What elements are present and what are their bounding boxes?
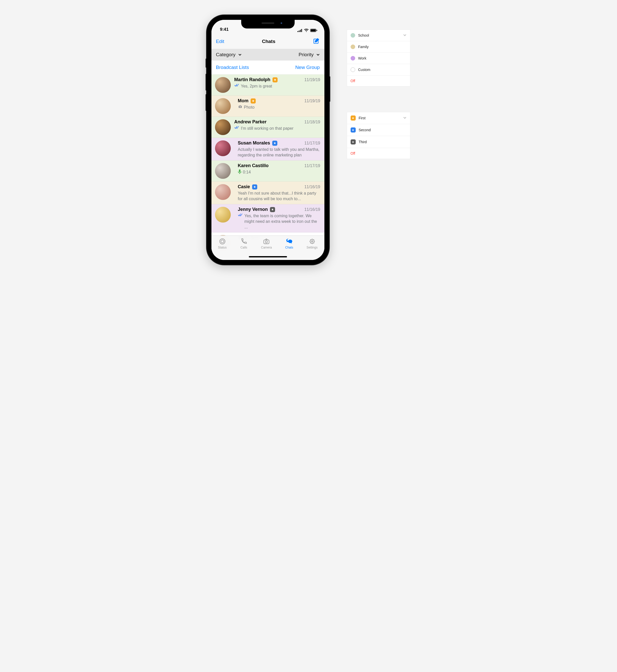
color-dot-icon [351,67,355,72]
svg-rect-1 [299,30,299,32]
color-dot-icon [351,33,355,38]
chat-preview: Actually I wanted to talk with you and M… [238,147,320,158]
priority-star-icon [351,128,356,133]
priority-star-icon [351,116,356,121]
avatar [215,207,231,223]
tab-label: Settings [306,246,318,249]
volume-up-button [206,74,207,90]
priority-dropdown: FirstSecondThirdOff [347,112,410,159]
dropdown-off[interactable]: Off [347,75,410,86]
svg-rect-2 [300,30,301,32]
chat-row[interactable]: Susan Morales 11/17/19 Actually I wanted… [211,138,325,161]
svg-point-15 [310,239,314,243]
chevron-down-icon [403,116,407,120]
notch [241,20,294,28]
chat-row[interactable]: Karen Castillo 11/17/19 0:14 [211,161,325,182]
home-indicator [249,256,287,257]
priority-star-icon [251,98,256,103]
status-icon [219,238,226,245]
broadcast-lists-link[interactable]: Broadcast Lists [216,65,249,70]
nav-bar: Edit Chats [211,33,325,49]
tab-label: Status [218,246,227,249]
chat-name: Karen Castillo [238,163,269,168]
avatar [215,141,231,156]
dropdown-option-label: Second [359,128,371,132]
chat-preview: 0:14 [238,169,320,175]
filter-row: Category Priority [211,49,325,60]
chat-row[interactable]: Jenny Vernon 11/16/19 Yes, the team is c… [211,204,325,232]
edit-button[interactable]: Edit [216,39,224,44]
svg-point-9 [239,106,241,107]
chat-row[interactable]: Andrew Parker 11/18/19 I'm still working… [211,117,325,138]
category-label: Category [216,52,236,57]
svg-point-16 [312,241,313,242]
category-filter[interactable]: Category [216,52,242,57]
compose-button[interactable] [313,38,320,45]
priority-label: Priority [298,52,314,57]
read-checks-icon [234,83,239,87]
category-dropdown: SchoolFamilyWorkCustomOff [347,29,410,86]
dropdown-off[interactable]: Off [347,148,410,159]
chat-row[interactable]: Martin Randolph 11/19/19 Yes, 2pm is gre… [211,74,325,95]
tab-bar: Status Calls Camera Chats [211,236,325,260]
tab-status[interactable]: Status [218,238,227,260]
dropdown-option[interactable]: Third [347,136,410,148]
dropdown-option-label: School [358,33,369,37]
dropdown-option-label: Family [358,45,369,49]
chat-row[interactable]: Casie 11/16/19 Yeah I'm not sure about t… [211,182,325,204]
chat-list[interactable]: Martin Randolph 11/19/19 Yes, 2pm is gre… [211,74,325,254]
camera-icon [238,104,242,108]
priority-star-icon [270,207,275,212]
chat-name: Jenny Vernon [238,207,275,212]
volume-down-button [206,94,207,111]
priority-filter[interactable]: Priority [298,52,320,57]
phone-icon [240,238,247,245]
chat-name: Martin Randolph [234,77,277,82]
dropdown-option[interactable]: Custom [347,64,410,75]
chevron-down-icon [403,33,407,38]
camera-icon [262,238,270,245]
tab-calls[interactable]: Calls [240,238,247,260]
chat-date: 11/17/19 [304,141,320,146]
priority-star-icon [252,184,257,190]
chats-icon [285,238,293,245]
dropdown-option[interactable]: School [347,30,410,41]
dropdown-option-label: Work [358,56,366,60]
chat-preview: Yeah I'm not sure about that...I think a… [238,191,320,201]
chat-date: 11/19/19 [304,99,320,103]
avatar [215,77,231,93]
dropdown-off-label: Off [351,79,355,83]
svg-point-14 [265,241,267,243]
chat-date: 11/17/19 [304,164,320,168]
dropdown-option-label: First [359,116,366,120]
svg-point-11 [220,239,225,244]
chat-preview: Photo [238,104,320,110]
svg-rect-5 [311,29,316,31]
dropdown-option[interactable]: Family [347,41,410,53]
chevron-down-icon [238,53,242,56]
new-group-link[interactable]: New Group [295,65,320,70]
svg-rect-3 [301,29,302,32]
list-header: Broadcast Lists New Group [211,60,325,74]
dropdown-option[interactable]: Work [347,53,410,64]
wifi-icon [304,29,308,32]
read-checks-icon [238,213,243,217]
color-dot-icon [351,44,355,49]
chat-name: Andrew Parker [234,119,267,125]
status-time: 9:41 [220,27,229,32]
chat-date: 11/18/19 [304,120,320,125]
tab-settings[interactable]: Settings [306,238,318,260]
dropdown-option[interactable]: First [347,112,410,124]
chat-preview: I'm still working on that paper [234,126,320,131]
chat-preview: Yes, the team is coming together. We mig… [238,213,320,230]
dropdown-option[interactable]: Second [347,124,410,136]
tab-label: Chats [285,246,293,249]
priority-star-icon [272,77,277,82]
mute-switch [206,58,207,68]
chat-preview: Yes, 2pm is great [234,83,320,89]
avatar [215,163,231,179]
svg-rect-13 [264,240,269,244]
chat-row[interactable]: Mom 11/19/19 Photo [211,95,325,117]
chat-date: 11/16/19 [304,185,320,189]
dropdown-off-label: Off [351,151,355,156]
